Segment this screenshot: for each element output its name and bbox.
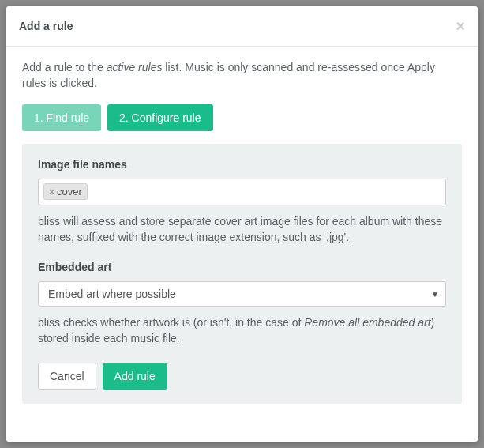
embedded-art-select[interactable]: Embed art where possible ▼ — [38, 281, 446, 307]
image-filenames-label: Image file names — [38, 158, 446, 171]
modal-body: Add a rule to the active rules list. Mus… — [6, 47, 478, 442]
embedded-art-help: bliss checks whether artwork is (or isn'… — [38, 314, 446, 347]
step-configure-rule[interactable]: 2. Configure rule — [107, 104, 213, 131]
embedded-art-label: Embedded art — [38, 261, 446, 273]
tag-text: cover — [57, 186, 82, 198]
action-buttons: Cancel Add rule — [38, 363, 446, 390]
embedded-art-selected: Embed art where possible — [48, 288, 176, 300]
embed-help-pre: bliss checks whether artwork is (or isn'… — [38, 316, 304, 329]
desc-pre: Add a rule to the — [22, 61, 107, 73]
wizard-steps: 1. Find rule 2. Configure rule — [22, 104, 462, 131]
modal-header: Add a rule × — [6, 6, 478, 47]
filename-tag[interactable]: ×cover — [43, 183, 88, 200]
image-filenames-input[interactable]: ×cover — [38, 179, 446, 205]
add-rule-modal: Add a rule × Add a rule to the active ru… — [6, 6, 478, 442]
modal-description: Add a rule to the active rules list. Mus… — [22, 59, 462, 92]
embed-help-em: Remove all embedded art — [304, 316, 430, 329]
modal-title: Add a rule — [19, 20, 73, 32]
add-rule-button[interactable]: Add rule — [103, 363, 167, 390]
close-icon[interactable]: × — [456, 18, 465, 34]
cancel-button[interactable]: Cancel — [38, 363, 96, 390]
desc-em: active rules — [107, 61, 163, 73]
step-find-rule[interactable]: 1. Find rule — [22, 104, 101, 131]
tag-remove-icon[interactable]: × — [49, 187, 54, 197]
image-filenames-help: bliss will assess and store separate cov… — [38, 213, 446, 246]
configure-panel: Image file names ×cover bliss will asses… — [22, 144, 462, 404]
embedded-art-select-wrap: Embed art where possible ▼ — [38, 281, 446, 307]
chevron-down-icon: ▼ — [431, 290, 439, 299]
